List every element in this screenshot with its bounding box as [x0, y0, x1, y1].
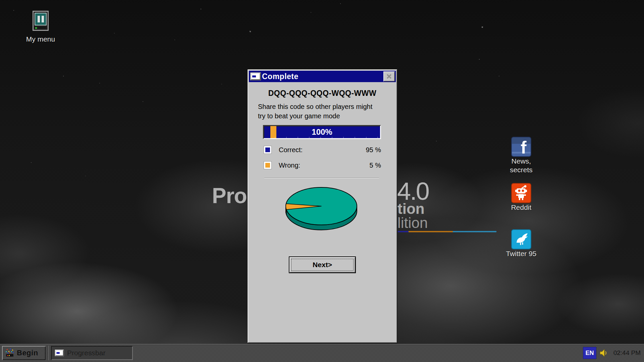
dialog-titlebar[interactable]: Complete [249, 71, 396, 82]
desktop-icon-label: My menu [19, 35, 62, 44]
desktop-icon-column: f News, secrets [498, 137, 545, 258]
taskbar-clock[interactable]: 02:44 PM [611, 349, 641, 357]
progressbar-window-icon [55, 350, 64, 356]
reddit-icon [511, 183, 531, 203]
legend-swatch-correct [264, 146, 271, 154]
desktop-icon-label: Twitter 95 [506, 249, 536, 258]
wallpaper-stars [0, 0, 1, 1]
speaker-icon[interactable] [599, 349, 608, 357]
wallpaper-watermark-progressbar: Pro [212, 185, 247, 206]
close-button[interactable] [383, 71, 395, 81]
legend-row-wrong: Wrong: 5 % [263, 159, 381, 171]
wallpaper-watermark-version: 4.0 [397, 179, 429, 204]
my-menu-screen [35, 13, 47, 25]
desktop-icon-reddit[interactable]: Reddit [511, 183, 532, 212]
game-code: DQQ-QQQ-QQQ-WQQ-WWW [248, 89, 397, 98]
legend-value: 95 % [366, 146, 381, 154]
twitter-bird-icon [513, 231, 530, 248]
begin-logo-icon [5, 349, 14, 357]
dialog-title: Complete [262, 72, 383, 81]
taskbar-separator [48, 346, 49, 360]
system-tray: EN 02:44 PM [583, 344, 641, 362]
taskbar-task-progressbar[interactable]: Progressbar [51, 346, 133, 360]
desktop-icon-label: News, secrets [510, 157, 533, 174]
task-button-label: Progressbar [67, 349, 105, 357]
twitter-icon [511, 229, 531, 249]
next-button[interactable]: Next> [289, 256, 356, 273]
progress-label: 100% [264, 126, 380, 138]
legend-value: 5 % [370, 162, 381, 169]
progress-bar: 100% [263, 125, 381, 139]
progressbar-window-icon [251, 73, 261, 80]
dialog-divider [264, 178, 379, 178]
complete-dialog: Complete DQQ-QQQ-QQQ-WQQ-WWW Share this … [247, 69, 397, 343]
dialog-subtitle: Share this code so other players might t… [258, 102, 392, 121]
legend-label: Wrong: [279, 162, 300, 169]
results-pie-chart [271, 182, 372, 237]
legend-label: Correct: [279, 146, 303, 154]
begin-button-label: Begin [17, 349, 38, 357]
reddit-alien-icon [513, 184, 530, 202]
desktop-icon-label: Reddit [511, 203, 532, 212]
taskbar: Begin Progressbar EN 02:44 PM [0, 344, 644, 362]
desktop-icon-facebook[interactable]: f News, secrets [510, 137, 533, 174]
legend-swatch-wrong [264, 162, 271, 169]
begin-button[interactable]: Begin [2, 346, 46, 360]
wallpaper-underline [398, 231, 496, 232]
my-menu-base [35, 26, 47, 29]
legend-row-correct: Correct: 95 % [263, 144, 381, 156]
wallpaper-watermark-line2: tion [397, 201, 425, 216]
facebook-icon: f [511, 137, 531, 157]
desktop-icon-twitter[interactable]: Twitter 95 [506, 229, 536, 258]
desktop-icon-my-menu[interactable]: My menu [19, 11, 62, 44]
wallpaper-watermark-line3: lition [397, 216, 428, 230]
my-menu-computer-icon [33, 11, 49, 31]
language-indicator[interactable]: EN [583, 347, 596, 359]
desktop: Pro 4.0 tion lition My menu f News, secr… [0, 0, 644, 362]
close-icon [386, 74, 392, 79]
pie-chart-svg [271, 182, 372, 237]
